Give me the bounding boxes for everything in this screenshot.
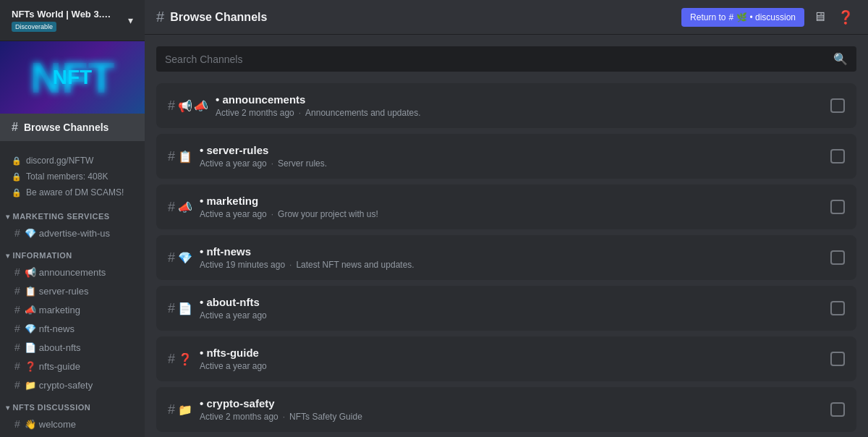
header-right: Return to # 🌿 • discussion 🖥 ❓ (681, 7, 856, 28)
emoji: ❓ (25, 361, 36, 372)
channel-name: nft-news (39, 323, 75, 334)
channel-name: • nft-news (200, 245, 830, 258)
meta-dot: · (289, 260, 292, 270)
channel-icons: # 📢 📣 (168, 98, 208, 114)
channel-name: announcements (39, 267, 106, 278)
channel-name: nfts-guide (39, 361, 80, 372)
channel-entry-about-nfts[interactable]: # 📄 • about-nfts Active a year ago (156, 286, 856, 331)
search-icon: 🔍 (833, 52, 848, 66)
sidebar-members[interactable]: 🔒 Total members: 408K (6, 169, 139, 184)
channel-list-area: 🔍 # 📢 📣 • announcements Active 2 months … (145, 35, 868, 437)
return-to-button[interactable]: Return to # 🌿 • discussion (681, 8, 804, 27)
emoji-icon: 📄 (178, 302, 192, 315)
server-header[interactable]: NFTs World | Web 3.0 ... Discoverable ▾ (0, 0, 145, 41)
sidebar-item-announcements[interactable]: # 📢 announcements (3, 263, 142, 281)
emoji: 📣 (25, 305, 36, 315)
sidebar-item-nfts-guide[interactable]: # ❓ nfts-guide (3, 357, 142, 375)
channel-entry-server-rules[interactable]: # 📋 • server-rules Active a year ago · S… (156, 134, 856, 179)
channel-info: • announcements Active 2 months ago · An… (216, 93, 830, 118)
members-text: Total members: 408K (26, 171, 108, 182)
server-name: NFTs World | Web 3.0 ... (12, 9, 113, 20)
emoji: 📋 (25, 286, 36, 297)
hash-icon: # (14, 266, 20, 278)
channel-meta: Active a year ago (200, 361, 830, 371)
server-banner: NFT (0, 41, 145, 114)
follow-checkbox-nft-news[interactable] (830, 250, 845, 265)
hash-icon: # (168, 98, 175, 114)
channel-meta: Active a year ago · Server rules. (200, 158, 830, 169)
sidebar: NFTs World | Web 3.0 ... Discoverable ▾ … (0, 0, 145, 437)
monitor-icon-button[interactable]: 🖥 (810, 7, 829, 27)
chevron-icon: ▾ (6, 213, 10, 221)
channel-entry-marketing[interactable]: # 📣 • marketing Active a year ago · Grow… (156, 184, 856, 229)
help-icon-button[interactable]: ❓ (835, 7, 856, 28)
scam-text: Be aware of DM SCAMS! (26, 187, 124, 198)
channel-name: about-nfts (39, 342, 81, 353)
discoverable-badge: Discoverable (12, 22, 56, 32)
return-channel: 🌿 • discussion (736, 12, 796, 22)
meta-dot: · (271, 209, 273, 219)
hash-icon: # (12, 121, 18, 134)
channel-name: advertise-with-us (39, 228, 110, 239)
meta-dot: · (283, 412, 285, 422)
follow-checkbox-marketing[interactable] (830, 200, 845, 214)
channel-desc: Server rules. (278, 158, 327, 169)
channel-entry-nft-news[interactable]: # 💎 • nft-news Active 19 minutes ago · L… (156, 235, 856, 280)
channel-name: • server-rules (200, 144, 830, 156)
follow-checkbox-about-nfts[interactable] (830, 301, 845, 315)
active-time: Active a year ago (200, 209, 267, 219)
follow-checkbox-announcements[interactable] (830, 98, 845, 113)
search-input[interactable] (165, 54, 833, 65)
sidebar-item-marketing[interactable]: # 📣 marketing (3, 301, 142, 318)
channel-icons: # ❓ (168, 352, 192, 367)
active-time: Active 2 months ago (200, 412, 278, 422)
return-label: Return to (690, 12, 726, 22)
discord-link-text: discord.gg/NFTW (26, 156, 93, 166)
sidebar-discord-link[interactable]: 🔒 discord.gg/NFTW (6, 153, 139, 169)
category-nfts-discussion[interactable]: ▾ NFTS DISCUSSION (0, 394, 145, 415)
search-bar[interactable]: 🔍 (156, 46, 856, 72)
category-information[interactable]: ▾ INFORMATION (0, 242, 145, 263)
channel-icons: # 📁 (168, 402, 192, 417)
channel-name: • nfts-guide (200, 347, 830, 359)
sidebar-browse-channels[interactable]: # Browse Channels (0, 114, 145, 141)
channel-desc: NFTs Safety Guide (289, 412, 362, 422)
follow-checkbox-nfts-guide[interactable] (830, 352, 845, 366)
channel-hash-icon: # (14, 227, 20, 239)
channel-icons: # 📋 (168, 149, 192, 164)
emoji: 📢 (25, 267, 36, 278)
channel-name: • announcements (216, 93, 830, 106)
lock-icon: 🔒 (12, 156, 22, 166)
active-time: Active 19 minutes ago (200, 260, 285, 270)
main-header: # Browse Channels Return to # 🌿 • discus… (145, 0, 868, 35)
channel-entry-nfts-guide[interactable]: # ❓ • nfts-guide Active a year ago (156, 336, 856, 381)
follow-checkbox-server-rules[interactable] (830, 149, 845, 164)
category-label-2: INFORMATION (13, 251, 72, 260)
channel-name: server-rules (39, 286, 89, 297)
lock-icon-2: 🔒 (12, 172, 22, 182)
sidebar-item-crypto-safety[interactable]: # 📁 crypto-safety (3, 376, 142, 394)
hash-icon: # (168, 200, 175, 215)
channel-info: • server-rules Active a year ago · Serve… (200, 144, 830, 169)
follow-checkbox-crypto-safety[interactable] (830, 402, 845, 417)
category-label: MARKETING SERVICES (13, 212, 110, 221)
sidebar-item-nft-news[interactable]: # 💎 nft-news (3, 320, 142, 337)
sidebar-scam-warning[interactable]: 🔒 Be aware of DM SCAMS! (6, 184, 139, 200)
emoji-icon-2: 📣 (194, 99, 208, 113)
channel-icons: # 📣 (168, 200, 192, 215)
category-marketing-services[interactable]: ▾ MARKETING SERVICES (0, 203, 145, 224)
sidebar-item-advertise-with-us[interactable]: # 💎 advertise-with-us (3, 224, 142, 242)
sidebar-item-welcome[interactable]: # 👋 welcome (3, 415, 142, 433)
channel-meta: Active 2 months ago · Announcements and … (216, 108, 830, 118)
channel-entry-crypto-safety[interactable]: # 📁 • crypto-safety Active 2 months ago … (156, 387, 856, 432)
sidebar-item-server-rules[interactable]: # 📋 server-rules (3, 282, 142, 300)
emoji-icon: 📣 (178, 200, 192, 214)
sidebar-item-about-nfts[interactable]: # 📄 about-nfts (3, 339, 142, 356)
channel-entry-announcements[interactable]: # 📢 📣 • announcements Active 2 months ag… (156, 83, 856, 128)
channel-desc: Latest NFT news and updates. (296, 260, 414, 270)
meta-dot: · (271, 158, 273, 169)
channel-desc: Grow your project with us! (278, 209, 378, 219)
channel-desc: Announcements and updates. (305, 108, 420, 118)
chevron-icon-2: ▾ (6, 252, 10, 260)
emoji-icon: 📁 (178, 403, 192, 417)
